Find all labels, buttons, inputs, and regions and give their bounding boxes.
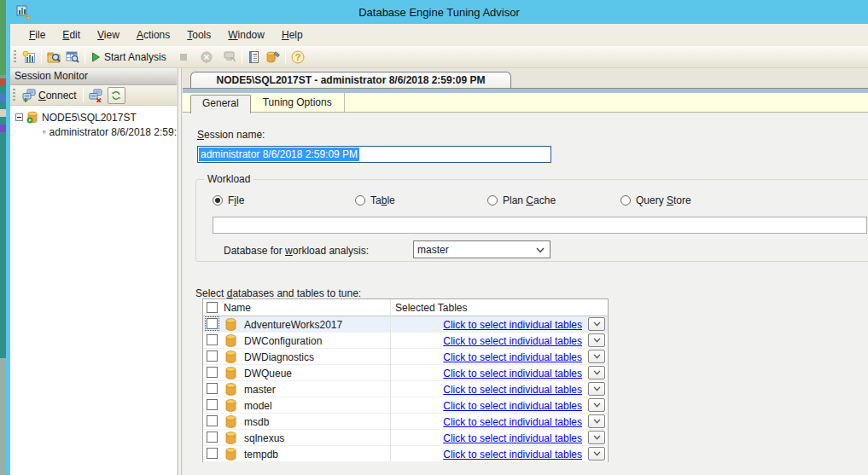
start-analysis-button[interactable]: Start Analysis <box>88 49 169 65</box>
apply-recommendations-icon <box>223 51 236 63</box>
session-name-input[interactable]: administrator 8/6/2018 2:59:09 PM <box>197 146 551 163</box>
radio-button[interactable] <box>213 195 223 206</box>
select-tables-link[interactable]: Click to select individual tables <box>443 319 582 331</box>
table-header: Name Selected Tables <box>203 299 608 316</box>
tree-node-session[interactable]: administrator 8/6/2018 2:59: <box>10 125 177 139</box>
main-toolbar: Start Analysis <box>10 46 868 68</box>
database-name: sqlnexus <box>244 432 284 444</box>
select-tables-link[interactable]: Click to select individual tables <box>443 400 582 412</box>
database-icon <box>225 318 236 331</box>
radio-file[interactable]: File <box>213 194 244 207</box>
open-workload-file-button[interactable] <box>44 49 63 66</box>
select-tables-link[interactable]: Click to select individual tables <box>443 416 582 428</box>
table-row[interactable]: master Click to select individual tables <box>203 381 608 397</box>
table-row[interactable]: DWQueue Click to select individual table… <box>203 365 608 381</box>
connect-button[interactable]: Connect <box>19 87 80 104</box>
tuning-options-button[interactable] <box>263 49 283 66</box>
document-area: NODE5\SQL2017ST - administrator 8/6/2018… <box>183 68 868 475</box>
workload-group: Workload File Table Plan Cache <box>195 179 868 262</box>
chevron-down-icon <box>593 451 601 456</box>
database-name: DWConfiguration <box>244 335 322 347</box>
database-icon <box>225 334 236 347</box>
row-checkbox[interactable] <box>207 399 218 410</box>
desktop-edge <box>0 0 6 475</box>
chevron-down-icon <box>593 419 601 424</box>
tables-dropdown-button[interactable] <box>588 447 605 461</box>
radio-button[interactable] <box>355 195 365 206</box>
title-bar[interactable]: Database Engine Tuning Advisor <box>10 0 868 24</box>
collapse-icon[interactable] <box>15 113 23 121</box>
new-session-button[interactable] <box>20 49 38 66</box>
select-tables-link[interactable]: Click to select individual tables <box>443 449 582 461</box>
app-window: Database Engine Tuning Advisor File Edit… <box>6 0 868 475</box>
select-tables-link[interactable]: Click to select individual tables <box>443 368 582 379</box>
chevron-down-icon <box>593 435 601 440</box>
database-analysis-combobox[interactable]: master <box>413 240 551 258</box>
table-row[interactable]: model Click to select individual tables <box>203 397 608 414</box>
menu-view[interactable]: View <box>89 24 128 46</box>
toolbar-separator <box>84 49 85 64</box>
tables-dropdown-button[interactable] <box>588 333 605 347</box>
tables-dropdown-button[interactable] <box>588 382 605 396</box>
row-checkbox[interactable] <box>207 448 218 459</box>
tab-tuning-options[interactable]: Tuning Options <box>251 93 345 112</box>
session-document-tab[interactable]: NODE5\SQL2017ST - administrator 8/6/2018… <box>190 72 511 88</box>
tab-general[interactable]: General <box>190 95 251 113</box>
table-row[interactable]: DWDiagnostics Click to select individual… <box>203 349 608 365</box>
new-session-icon <box>22 50 36 64</box>
tables-dropdown-button[interactable] <box>588 366 605 379</box>
row-checkbox[interactable] <box>207 432 218 443</box>
select-tables-link[interactable]: Click to select individual tables <box>443 335 582 347</box>
column-header-selected-tables: Selected Tables <box>395 302 468 314</box>
cancel-icon <box>201 51 213 63</box>
table-row[interactable]: DWConfiguration Click to select individu… <box>203 333 608 349</box>
refresh-button[interactable] <box>108 87 125 104</box>
menu-edit[interactable]: Edit <box>54 24 89 46</box>
row-checkbox[interactable] <box>207 383 218 394</box>
menu-tools[interactable]: Tools <box>178 24 219 46</box>
table-row[interactable]: AdventureWorks2017 Click to select indiv… <box>203 316 608 333</box>
tree-node-server[interactable]: NODE5\SQL2017ST <box>10 110 177 125</box>
select-tables-link[interactable]: Click to select individual tables <box>443 432 582 444</box>
properties-button[interactable] <box>245 49 263 66</box>
database-icon <box>225 399 236 412</box>
table-row[interactable]: msdb Click to select individual tables <box>203 414 608 430</box>
radio-button[interactable] <box>487 195 498 206</box>
disconnect-button[interactable] <box>86 87 105 104</box>
menu-help[interactable]: Help <box>273 24 312 46</box>
row-checkbox[interactable] <box>207 318 218 329</box>
menu-actions[interactable]: Actions <box>128 24 178 46</box>
radio-query-store[interactable]: Query Store <box>620 194 691 207</box>
tables-dropdown-button[interactable] <box>588 317 605 331</box>
tables-dropdown-button[interactable] <box>588 414 605 428</box>
workload-file-input[interactable] <box>213 217 867 234</box>
row-checkbox[interactable] <box>207 415 218 426</box>
open-workload-table-button[interactable] <box>63 49 82 66</box>
database-name: AdventureWorks2017 <box>244 319 342 331</box>
table-row[interactable]: sqlnexus Click to select individual tabl… <box>203 430 608 446</box>
database-icon <box>225 383 236 396</box>
menu-window[interactable]: Window <box>219 24 273 46</box>
select-tables-link[interactable]: Click to select individual tables <box>443 351 582 363</box>
select-all-checkbox[interactable] <box>207 302 218 313</box>
tables-dropdown-button[interactable] <box>588 350 605 363</box>
combobox-value: master <box>417 244 449 256</box>
radio-plan-cache[interactable]: Plan Cache <box>487 194 556 207</box>
session-name: administrator 8/6/2018 2:59: <box>50 126 177 138</box>
tables-dropdown-button[interactable] <box>588 431 605 444</box>
radio-table[interactable]: Table <box>355 194 395 207</box>
toolbar-grip[interactable] <box>14 50 16 63</box>
workload-group-title: Workload <box>204 173 253 185</box>
radio-button[interactable] <box>620 195 631 206</box>
row-checkbox[interactable] <box>207 334 218 345</box>
row-checkbox[interactable] <box>207 367 218 378</box>
table-row[interactable]: tempdb Click to select individual tables <box>203 446 608 462</box>
panel-splitter[interactable] <box>177 68 183 475</box>
help-button[interactable]: ? <box>288 49 307 66</box>
menu-file[interactable]: File <box>20 24 54 46</box>
toolbar-grip[interactable] <box>13 89 15 101</box>
connect-label: Connect <box>38 90 77 101</box>
row-checkbox[interactable] <box>207 350 218 362</box>
tables-dropdown-button[interactable] <box>588 398 605 412</box>
select-tables-link[interactable]: Click to select individual tables <box>443 384 582 396</box>
